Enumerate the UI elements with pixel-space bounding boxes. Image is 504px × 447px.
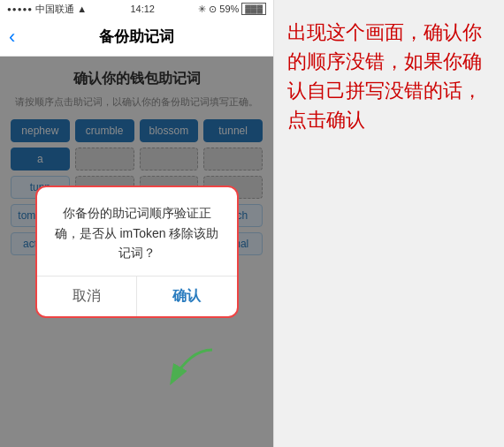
nav-bar: ‹ 备份助记词 (0, 18, 273, 57)
modal-box: 你备份的助记词顺序验证正确，是否从 imToken 移除该助记词？ 取消 确认 (35, 186, 239, 317)
annotation-panel: 出现这个画面，确认你的顺序没错，如果你确认自己拼写没错的话，点击确认 (274, 0, 504, 447)
carrier: 中国联通 (35, 3, 74, 16)
annotation-text: 出现这个画面，确认你的顺序没错，如果你确认自己拼写没错的话，点击确认 (287, 18, 491, 134)
signal-dots: ●●●●● (7, 5, 33, 13)
modal-confirm-button[interactable]: 确认 (137, 277, 237, 316)
modal-buttons: 取消 确认 (37, 276, 237, 316)
green-arrow (164, 345, 217, 390)
status-right: ✳ ⊙ 59% ▓▓▓ (198, 3, 266, 15)
phone-frame: ●●●●● 中国联通 ▲ 14:12 ✳ ⊙ 59% ▓▓▓ ‹ 备份助记词 确… (0, 0, 274, 447)
wifi-icon: ▲ (77, 4, 87, 14)
main-content: 确认你的钱包助记词 请按顺序点击助记词，以确认你的备份助记词填写正确。 neph… (0, 57, 273, 447)
status-left: ●●●●● 中国联通 ▲ (7, 3, 87, 16)
nav-title: 备份助记词 (99, 27, 174, 47)
battery-bar: ▓▓▓ (241, 3, 266, 15)
time: 14:12 (130, 4, 155, 14)
battery-level: 59% (219, 4, 239, 14)
battery-icon: ⊙ (209, 4, 217, 15)
status-bar: ●●●●● 中国联通 ▲ 14:12 ✳ ⊙ 59% ▓▓▓ (0, 0, 273, 18)
bluetooth-icon: ✳ (198, 4, 206, 15)
modal-overlay: 你备份的助记词顺序验证正确，是否从 imToken 移除该助记词？ 取消 确认 (0, 57, 273, 447)
back-button[interactable]: ‹ (9, 26, 15, 49)
modal-cancel-button[interactable]: 取消 (37, 277, 138, 316)
modal-body: 你备份的助记词顺序验证正确，是否从 imToken 移除该助记词？ (37, 187, 237, 275)
modal-text: 你备份的助记词顺序验证正确，是否从 imToken 移除该助记词？ (51, 203, 223, 262)
